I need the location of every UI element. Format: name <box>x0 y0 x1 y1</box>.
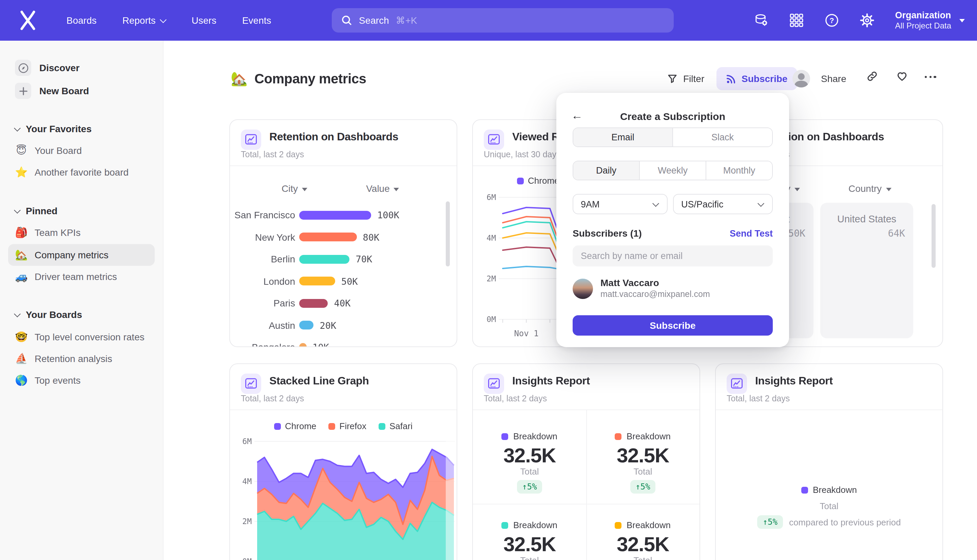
bar-row-value: 100K <box>377 210 399 220</box>
share-button[interactable]: Share <box>821 68 847 90</box>
subscriber-row[interactable]: Matt Vaccaro matt.vaccaro@mixpanel.com <box>573 277 773 300</box>
card-title: Stacked Line Graph <box>269 375 369 387</box>
subscribe-submit-button[interactable]: Subscribe <box>573 315 773 336</box>
tab-daily[interactable]: Daily <box>573 162 639 180</box>
delta-badge: ↑5% <box>586 480 700 493</box>
table-cell-country[interactable]: United States 64K <box>820 203 913 338</box>
chevron-down-icon <box>14 124 21 131</box>
settings-gear-icon[interactable] <box>860 13 875 28</box>
frequency-tabs: DailyWeeklyMonthly <box>573 161 773 180</box>
sort-caret-icon <box>394 187 399 191</box>
sidebar-item-team-kpis[interactable]: 🎒Team KPIs <box>8 222 155 243</box>
stacked-area-chart[interactable]: 6M4M2M0M <box>230 410 457 560</box>
board-emoji: 🎒 <box>15 227 28 238</box>
card-insights-single: Insights Report Total, last 2 days Break… <box>715 363 943 560</box>
copy-link-button[interactable] <box>867 70 878 82</box>
tab-slack[interactable]: Slack <box>672 128 772 147</box>
tab-monthly[interactable]: Monthly <box>706 162 772 180</box>
column-sort-city[interactable]: City <box>267 182 322 195</box>
metric-delta-row: ↑5% compared to previous period <box>716 515 942 529</box>
rss-icon <box>726 73 736 84</box>
favorite-heart-button[interactable] <box>896 70 908 82</box>
sidebar-item-top-events[interactable]: 🌎Top events <box>8 370 155 391</box>
nav-item-label: Reports <box>122 15 156 26</box>
card-scrollbar[interactable] <box>932 204 935 268</box>
nav-item-label: Events <box>242 15 271 26</box>
card-scrollbar[interactable] <box>446 202 450 267</box>
chevron-down-icon <box>160 16 167 23</box>
org-project-switcher[interactable]: Organization All Project Data <box>895 10 965 31</box>
share-label: Share <box>821 73 847 84</box>
help-icon[interactable]: ? <box>825 13 840 28</box>
nav-item-events[interactable]: Events <box>242 15 271 26</box>
nav-right: ? Organization All Project Data <box>754 0 977 41</box>
svg-text:6M: 6M <box>242 437 252 446</box>
sidebar-item-label: Top events <box>35 375 80 386</box>
svg-text:Nov 1: Nov 1 <box>514 329 538 338</box>
subscribe-button[interactable]: Subscribe <box>716 67 797 90</box>
sort-caret-icon <box>886 187 891 191</box>
sidebar-discover[interactable]: Discover <box>8 57 155 78</box>
nav-item-boards[interactable]: Boards <box>67 15 97 26</box>
search-shortcut: ⌘+K <box>396 15 417 26</box>
sidebar-item-retention-analysis[interactable]: ⛵Retention analysis <box>8 348 155 370</box>
subscriber-name: Matt Vaccaro <box>600 277 710 289</box>
bar-row-value: 40K <box>334 298 351 308</box>
card-subtitle: Total, last 2 days <box>726 394 790 403</box>
compass-icon <box>15 60 31 76</box>
report-chart-icon <box>241 373 261 394</box>
nav-item-users[interactable]: Users <box>192 15 216 26</box>
sidebar-item-label: New Board <box>39 85 89 96</box>
channel-tabs: EmailSlack <box>573 127 773 147</box>
svg-text:4M: 4M <box>242 477 252 486</box>
quadrant-divider <box>473 504 700 504</box>
card-title: Insights Report <box>755 375 833 387</box>
filter-button[interactable]: Filter <box>667 68 704 90</box>
send-test-link[interactable]: Send Test <box>730 228 773 238</box>
nav-item-reports[interactable]: Reports <box>122 15 166 26</box>
sidebar-item-top-level-conversion-rates[interactable]: 🤓Top level conversion rates <box>8 326 155 348</box>
mixpanel-logo-icon[interactable] <box>18 10 38 30</box>
tab-weekly[interactable]: Weekly <box>639 162 706 180</box>
metric-value: 32.5K <box>473 533 586 556</box>
metric-value: 32.5K <box>586 533 700 556</box>
board-emoji: ⛵ <box>15 353 28 365</box>
board-owner-avatar[interactable] <box>792 70 810 87</box>
data-management-icon[interactable] <box>754 13 769 28</box>
bar-row-value: 20K <box>319 320 336 330</box>
metric-caption: Total <box>716 501 942 511</box>
column-sort-country[interactable]: Country <box>843 182 897 195</box>
sidebar-item-company-metrics[interactable]: 🏡Company metrics <box>8 244 155 266</box>
report-chart-icon <box>241 130 261 150</box>
card-insights-grid: Insights Report Total, last 2 days Break… <box>472 363 700 560</box>
column-sort-value[interactable]: Value <box>356 182 410 195</box>
svg-text:0M: 0M <box>242 557 252 560</box>
sidebar-new-board[interactable]: New Board <box>8 80 155 102</box>
card-subtitle: Total, last 2 days <box>484 394 547 403</box>
sidebar-section-label: Pinned <box>26 205 57 216</box>
metric-legend: Breakdown <box>473 431 586 442</box>
plus-icon <box>15 83 31 99</box>
apps-grid-icon[interactable] <box>789 13 804 28</box>
svg-text:?: ? <box>830 16 834 25</box>
sidebar-item-label: Another favorite board <box>35 167 129 178</box>
sidebar-section-your-favorites[interactable]: Your Favorites <box>8 118 155 140</box>
subscriber-avatar <box>573 278 593 298</box>
tab-email[interactable]: Email <box>573 128 672 147</box>
sidebar-item-label: Discover <box>39 62 79 73</box>
more-options-button[interactable] <box>925 76 936 78</box>
sidebar-item-another-favorite-board[interactable]: ⭐Another favorite board <box>8 162 155 183</box>
timezone-select[interactable]: US/Pacific <box>673 194 773 214</box>
sidebar-item-driver-team-metrics[interactable]: 🚙Driver team metrics <box>8 266 155 287</box>
search-input[interactable]: Search ⌘+K <box>332 8 674 33</box>
sidebar-item-your-board[interactable]: 😇Your Board <box>8 140 155 162</box>
time-select[interactable]: 9AM <box>573 194 668 214</box>
sidebar-section-your-boards[interactable]: Your Boards <box>8 304 155 325</box>
bar-san-francisco <box>299 210 371 219</box>
bar-row-label: London <box>230 276 295 287</box>
legend-label: Breakdown <box>513 431 557 442</box>
sidebar-section-pinned[interactable]: Pinned <box>8 200 155 222</box>
top-nav: BoardsReportsUsersEvents Search ⌘+K ? <box>0 0 977 41</box>
subscriber-search-input[interactable]: Search by name or email <box>573 245 773 267</box>
metric-legend: Breakdown <box>473 520 586 530</box>
